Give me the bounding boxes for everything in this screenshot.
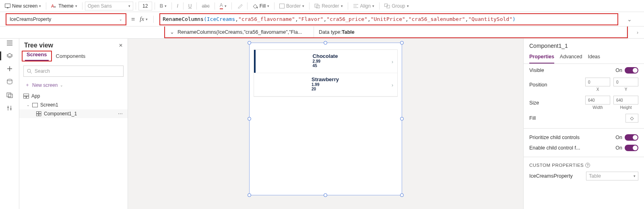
result-next-button[interactable]: › — [628, 30, 644, 35]
custom-prop-name[interactable]: IceCreamsProperty — [529, 173, 573, 179]
fx-button[interactable]: fx▾ — [140, 16, 148, 23]
rail-insert[interactable] — [0, 66, 19, 72]
ptab-properties[interactable]: Properties — [529, 52, 554, 64]
tab-components[interactable]: Components — [52, 51, 90, 61]
rail-media[interactable] — [0, 92, 19, 98]
property-select[interactable]: IceCreamsProperty ⌄ — [6, 13, 126, 25]
border-button[interactable]: Border ▾ — [277, 0, 307, 12]
reorder-button[interactable]: Reorder ▾ — [312, 0, 345, 12]
group-button[interactable]: Group ▾ — [382, 0, 411, 12]
rail-tools[interactable] — [0, 105, 19, 111]
tree-item-component[interactable]: Component1_1 ⋯ — [19, 109, 128, 118]
prop-position-label: Position — [529, 82, 547, 88]
fill-button[interactable]: Fill ▾ — [250, 0, 272, 12]
component-instance[interactable]: Chocolate 2.99 45 › Strawberry 1.99 20 › — [249, 43, 402, 195]
underline-button[interactable]: U — [186, 0, 194, 12]
tree-new-screen-button[interactable]: ＋ New screen ⌄ — [19, 80, 128, 90]
database-icon — [7, 79, 12, 85]
tree-search-input[interactable]: Search — [23, 66, 124, 77]
help-icon[interactable]: ? — [585, 163, 590, 168]
font-family-select[interactable]: Open Sans ▾ — [85, 2, 133, 10]
svg-point-26 — [10, 109, 11, 110]
ptab-ideas[interactable]: Ideas — [588, 52, 600, 64]
resize-handle[interactable] — [248, 117, 251, 121]
properties-title: Component1_1 — [524, 39, 644, 49]
theme-button[interactable]: Aa Theme ▾ — [49, 0, 79, 12]
italic-button[interactable]: I — [174, 0, 180, 12]
resize-handle[interactable] — [248, 193, 251, 197]
font-color-button[interactable]: A▾ — [217, 0, 229, 12]
gallery-row-price: 2.99 — [313, 59, 338, 64]
svg-rect-34 — [39, 112, 41, 114]
border-icon — [279, 4, 285, 8]
svg-rect-32 — [33, 103, 38, 107]
resize-handle[interactable] — [248, 41, 251, 45]
menu-icon — [6, 40, 13, 46]
chevron-down-icon: ⌄ — [27, 103, 30, 107]
resize-handle[interactable] — [400, 193, 404, 197]
gallery-control[interactable]: Chocolate 2.99 45 › Strawberry 1.99 20 › — [254, 49, 398, 97]
svg-rect-31 — [27, 96, 29, 98]
chevron-right-icon[interactable]: › — [392, 82, 393, 88]
plus-icon: ＋ — [25, 82, 30, 88]
fill-swatch[interactable] — [625, 114, 638, 123]
new-screen-label: New screen — [12, 3, 37, 9]
position-y-input[interactable]: 0 — [613, 78, 638, 86]
formula-datasource: IceCreams — [207, 16, 235, 22]
ptab-advanced[interactable]: Advanced — [560, 52, 582, 64]
group-label: Group — [392, 3, 405, 9]
tree-item-app[interactable]: App — [19, 92, 128, 100]
selection-bar — [254, 50, 256, 73]
app-icon — [23, 94, 29, 98]
font-size-input[interactable]: 12 — [138, 2, 152, 10]
new-screen-button[interactable]: New screen ▾ — [2, 0, 43, 12]
chevron-down-icon: ⌄ — [119, 17, 122, 21]
position-x-input[interactable]: 0 — [585, 78, 610, 86]
chevron-down-icon: ⌄ — [627, 16, 632, 23]
rail-treeview[interactable] — [0, 53, 19, 59]
layers-icon — [6, 53, 13, 59]
tree-item-screen1[interactable]: ⌄ Screen1 — [19, 100, 128, 109]
strikethrough-button[interactable]: abc — [199, 0, 212, 12]
resize-handle[interactable] — [324, 193, 327, 197]
chevron-down-icon: ▾ — [634, 174, 636, 178]
hamburger-button[interactable] — [0, 40, 19, 46]
ribbon: New screen ▾ Aa Theme ▾ Open Sans ▾ 12 B… — [0, 0, 644, 12]
close-tree-button[interactable]: ✕ — [119, 43, 123, 48]
size-height-input[interactable]: 640 — [613, 96, 638, 104]
prioritize-toggle[interactable] — [625, 134, 638, 141]
canvas[interactable]: Chocolate 2.99 45 › Strawberry 1.99 20 › — [128, 39, 523, 209]
resize-handle[interactable] — [400, 117, 404, 121]
size-width-input[interactable]: 640 — [585, 96, 610, 104]
tab-screens[interactable]: Screens — [23, 49, 51, 60]
resize-handle[interactable] — [324, 41, 327, 45]
formula-input[interactable]: RenameColumns(IceCreams,"cra56_flavornam… — [159, 13, 618, 25]
gallery-row[interactable]: Chocolate 2.99 45 › — [254, 50, 397, 73]
formula-expand-button[interactable]: ⌄ — [622, 16, 638, 23]
chevron-down-icon: ▾ — [128, 4, 130, 8]
tree-item-label: Component1_1 — [44, 111, 77, 117]
align-button[interactable]: Align ▾ — [351, 0, 377, 12]
clear-format-button[interactable] — [234, 0, 245, 12]
tree-item-label: App — [31, 93, 40, 99]
visible-toggle[interactable] — [625, 67, 638, 74]
reorder-label: Reorder — [322, 3, 339, 9]
resize-handle[interactable] — [400, 41, 404, 45]
chevron-right-icon[interactable]: › — [392, 59, 393, 65]
chevron-down-icon: ▾ — [407, 4, 409, 8]
eraser-icon — [237, 4, 242, 8]
enable-toggle[interactable] — [625, 145, 638, 151]
formula-result-preview[interactable]: ⌄ RenameColumns(IceCreams,"cra56_flavorn… — [165, 27, 314, 37]
chevron-down-icon: ▾ — [225, 4, 227, 8]
bold-button[interactable]: B▾ — [157, 0, 169, 12]
custom-prop-type[interactable]: Table▾ — [586, 172, 638, 180]
tree-panel: Tree view ✕ Screens Components Search ＋ … — [19, 39, 128, 209]
properties-panel: Component1_1 Properties Advanced Ideas V… — [523, 39, 644, 209]
tree-item-more-button[interactable]: ⋯ — [118, 111, 124, 117]
formula-result-strip: ⌄ RenameColumns(IceCreams,"cra56_flavorn… — [0, 27, 644, 39]
font-size-value: 12 — [142, 3, 148, 9]
svg-point-5 — [256, 7, 258, 8]
prop-visible-label: Visible — [529, 68, 544, 73]
gallery-row[interactable]: Strawberry 1.99 20 › — [254, 73, 397, 96]
rail-data[interactable] — [0, 79, 19, 85]
